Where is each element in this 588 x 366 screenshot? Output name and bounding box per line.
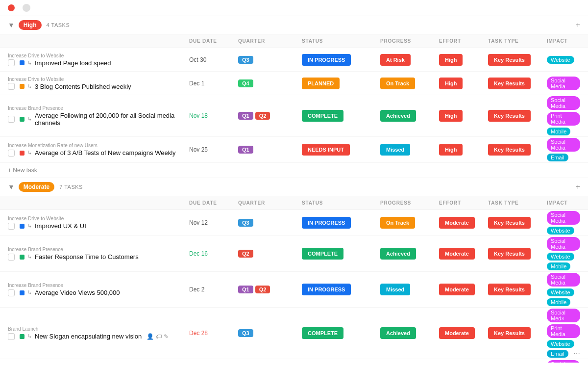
task-type-badge[interactable]: Key Results [488,78,531,89]
impact-tag[interactable]: Mobile [547,298,570,306]
section-label-high[interactable]: High [19,20,42,30]
effort-cell[interactable]: High [439,54,488,66]
progress-badge[interactable]: Achieved [380,327,416,339]
task-type-cell[interactable]: Key Results [488,78,547,89]
impact-tag[interactable]: Print Media [547,324,580,338]
task-type-cell[interactable]: Key Results [488,248,547,260]
add-task-row-high[interactable]: + New task [0,163,588,178]
task-name[interactable]: New Slogan encapsulating new vision [35,333,142,340]
impact-tag[interactable]: Website [547,288,574,296]
task-type-cell[interactable]: Key Results [488,54,547,66]
impact-tag[interactable]: Email [547,154,568,161]
task-type-badge[interactable]: Key Results [488,248,531,260]
effort-cell[interactable]: Moderate [439,284,488,295]
section-toggle-high[interactable]: ▼ [8,21,15,29]
status-cell[interactable]: NEEDS INPUT [302,144,380,156]
effort-cell[interactable]: High [439,110,488,122]
impact-tag[interactable]: Email [547,350,568,358]
due-date[interactable]: Oct 30 [189,56,238,63]
effort-cell[interactable]: Moderate [439,217,488,229]
task-type-cell[interactable]: Key Results [488,110,547,122]
progress-cell[interactable]: On Track [380,217,439,229]
section-label-moderate[interactable]: Moderate [19,182,54,192]
impact-tag[interactable]: Social Media [547,211,580,225]
quarter-badge[interactable]: Q2 [238,250,253,258]
task-checkbox[interactable] [8,83,15,90]
quarter-badge[interactable]: Q2 [255,286,270,293]
effort-badge[interactable]: High [439,144,463,156]
task-checkbox[interactable] [8,150,15,157]
due-date[interactable]: Nov 18 [189,112,238,119]
task-checkbox[interactable] [8,333,15,340]
section-add-icon-high[interactable]: + [576,21,580,29]
quarter-badge[interactable]: Q1 [238,112,253,120]
task-name[interactable]: Average of 3 A/B Tests of New campaigns … [35,149,176,157]
quarter-badge[interactable]: Q2 [255,112,270,120]
table-row[interactable]: Increase Brand Presence↳Average Followin… [0,95,588,137]
progress-badge[interactable]: Missed [380,144,410,156]
status-badge[interactable]: IN PROGRESS [302,284,351,295]
action-assign-icon[interactable]: 👤 [147,333,154,340]
task-checkbox[interactable] [8,59,15,66]
impact-tag[interactable]: Social Media [547,96,580,110]
status-cell[interactable]: COMPLETE [302,110,380,122]
impact-tag[interactable]: Website [547,253,574,261]
impact-tag[interactable]: Social Media [547,237,580,251]
impact-tag[interactable]: Mobile [547,128,570,135]
effort-badge[interactable]: Moderate [439,217,475,229]
impact-tag[interactable]: Print Media [547,112,580,126]
progress-badge[interactable]: Achieved [380,110,416,122]
effort-badge[interactable]: High [439,78,463,89]
task-type-badge[interactable]: Key Results [488,144,531,156]
effort-cell[interactable]: Moderate [439,327,488,339]
status-cell[interactable]: PLANNED [302,78,380,89]
task-checkbox[interactable] [8,223,15,230]
task-type-badge[interactable]: Key Results [488,284,531,295]
progress-cell[interactable]: Achieved [380,110,439,122]
progress-cell[interactable]: Achieved [380,248,439,260]
impact-tag[interactable]: Social Media [547,138,580,152]
impact-tag[interactable]: Website [547,56,574,64]
impact-tag[interactable]: Website [547,227,574,235]
progress-cell[interactable]: On Track [380,78,439,89]
progress-badge[interactable]: On Track [380,78,415,89]
impact-tag[interactable]: Social Med× [547,309,580,322]
effort-badge[interactable]: High [439,54,463,66]
effort-badge[interactable]: Moderate [439,248,475,260]
due-date[interactable]: Nov 25 [189,146,238,153]
status-cell[interactable]: IN PROGRESS [302,54,380,66]
table-row[interactable]: Increase Monetization Rate of new Users↳… [0,137,588,163]
task-name[interactable]: 3 Blog Contents Published weekly [35,83,131,90]
quarter-badge[interactable]: Q4 [238,79,253,87]
impact-tag[interactable]: Social Media [547,273,580,287]
table-row[interactable]: Increase Drive to Website↳3 Blog Content… [0,72,588,95]
status-badge[interactable]: COMPLETE [302,110,343,122]
effort-badge[interactable]: Moderate [439,327,475,339]
table-row[interactable]: Increase Brand Presence↳Faster Response … [0,236,588,272]
task-name[interactable]: Average Video Views 500,000 [35,289,120,296]
quarter-badge[interactable]: Q3 [238,219,253,227]
table-row[interactable]: Increase Drive to Website↳Improved UX & … [0,210,588,236]
progress-cell[interactable]: At Risk [380,54,439,66]
task-name[interactable]: Faster Response Time to Customers [35,253,139,261]
progress-badge[interactable]: Missed [380,284,410,295]
due-date[interactable]: Nov 12 [189,219,238,226]
effort-cell[interactable]: High [439,78,488,89]
status-badge[interactable]: COMPLETE [302,248,343,260]
impact-tag[interactable]: Website [547,340,574,348]
task-checkbox[interactable] [8,116,15,123]
effort-cell[interactable]: High [439,144,488,156]
quarter-badge[interactable]: Q1 [238,146,253,154]
due-date[interactable]: Dec 1 [189,80,238,87]
progress-cell[interactable]: Missed [380,144,439,156]
task-name[interactable]: Improved Page load speed [35,59,111,67]
task-checkbox[interactable] [8,289,15,296]
effort-cell[interactable]: Moderate [439,248,488,260]
impact-tag[interactable]: Social Media [547,360,580,363]
task-name[interactable]: Improved UX & UI [35,222,86,230]
effort-badge[interactable]: Moderate [439,284,475,295]
status-badge[interactable]: IN PROGRESS [302,217,351,229]
action-edit-icon[interactable]: ✎ [164,333,169,340]
status-badge[interactable]: NEEDS INPUT [302,144,350,156]
task-type-badge[interactable]: Key Results [488,54,531,66]
